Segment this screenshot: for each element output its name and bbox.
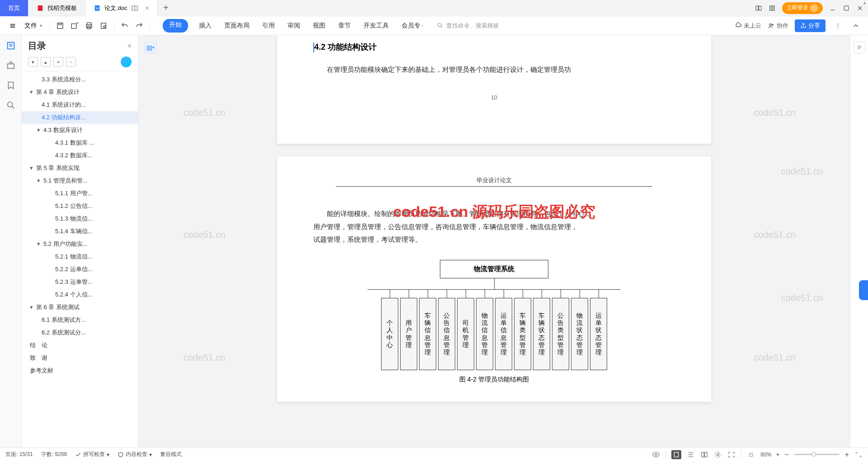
close-icon[interactable]: × [146, 5, 149, 12]
view-web-icon[interactable] [700, 451, 708, 459]
tree-item[interactable]: 4.2 功能结构设... [22, 111, 138, 124]
org-node: 车辆信息管理 [419, 298, 436, 370]
vertical-scrollbar[interactable]: ▴ [861, 0, 868, 461]
tree-item[interactable]: ▾4.3 数据库设计 [22, 124, 138, 136]
ribbon-pagelayout[interactable]: 页面布局 [222, 19, 251, 33]
spellcheck-toggle[interactable]: 拼写检查 ▾ [75, 451, 109, 458]
promote-button[interactable]: + [53, 57, 63, 67]
svg-rect-45 [705, 452, 707, 457]
ribbon-chapter[interactable]: 章节 [336, 19, 353, 33]
tree-item[interactable]: ▾5.1 管理员和管... [22, 174, 138, 187]
split-icon[interactable] [131, 5, 138, 12]
expand-all-button[interactable]: ▴ [41, 57, 51, 67]
tree-item[interactable]: ▾第 6 章 系统测试 [22, 301, 138, 314]
tree-item[interactable]: ▾第 5 章 系统实现 [22, 162, 138, 174]
side-handle[interactable] [859, 280, 868, 300]
eye-icon[interactable] [652, 451, 660, 459]
preview-button[interactable] [98, 20, 109, 32]
fit-width-icon[interactable]: ⊡ [747, 451, 755, 459]
zoom-out-button[interactable]: − [784, 451, 788, 459]
page-nav-button[interactable]: ▤▾ [145, 42, 156, 53]
tree-item[interactable]: 4.3.2 数据库... [22, 149, 138, 162]
share-button[interactable]: 分享 [795, 19, 826, 32]
svg-point-46 [717, 453, 719, 456]
ribbon-view[interactable]: 视图 [311, 19, 327, 33]
undo-button[interactable] [119, 20, 131, 32]
find-icon[interactable] [6, 100, 16, 110]
document-viewport[interactable]: ▤▾ code51.cn code51.cn code51.cn code51.… [138, 35, 850, 447]
minimize-icon[interactable] [829, 5, 836, 12]
tab-home[interactable]: 首页 [0, 0, 28, 16]
tree-item[interactable]: 结 论 [22, 339, 138, 352]
ribbon-reference[interactable]: 引用 [260, 19, 277, 33]
file-menu[interactable]: 文件▾ [22, 20, 45, 32]
collapse-all-button[interactable]: ▾ [28, 57, 38, 67]
collab-button[interactable]: 协作 [768, 22, 788, 30]
svg-rect-8 [773, 5, 774, 7]
bookmark-icon[interactable] [6, 80, 16, 90]
redo-icon [135, 22, 143, 30]
outline-icon[interactable] [6, 41, 16, 51]
ribbon-devtools[interactable]: 开发工具 [362, 19, 391, 33]
view-page-icon[interactable] [671, 450, 681, 459]
zoom-display[interactable]: 80% [760, 452, 771, 458]
print-icon [85, 22, 93, 30]
tree-item[interactable]: 5.1.1 用户管... [22, 187, 138, 200]
tree-item[interactable]: 3.3 系统流程分... [22, 73, 138, 86]
content-check[interactable]: 内容检查 ▾ [118, 451, 152, 458]
tree-item[interactable]: 5.1.3 物流信... [22, 212, 138, 225]
fullscreen-icon[interactable] [854, 451, 863, 459]
maximize-icon[interactable] [843, 5, 850, 12]
tree-item[interactable]: 致 谢 [22, 352, 138, 364]
zoom-in-button[interactable]: + [845, 451, 849, 459]
tab-templates[interactable]: 找稻壳模板 [28, 0, 85, 16]
tab-label: 论文.doc [104, 4, 127, 12]
ribbon-review[interactable]: 审阅 [286, 19, 302, 33]
word-count[interactable]: 字数: 9286 [41, 451, 67, 458]
settings-icon[interactable] [714, 451, 722, 459]
redo-button[interactable] [133, 20, 145, 32]
org-children: 个人中心 用户管理 车辆信息管理 公告信息管理 司机管理 物流信息管理 运单信息… [313, 290, 675, 370]
search-icon [437, 22, 443, 29]
tree-item[interactable]: 4.3.1 数据库 ... [22, 136, 138, 149]
tree-item[interactable]: ▾5.2 用户功能实... [22, 238, 138, 250]
view-outline-icon[interactable] [687, 451, 695, 459]
tree-item[interactable]: 5.2.1 物流信... [22, 250, 138, 263]
ribbon-member[interactable]: 会员专 › [400, 19, 425, 33]
zoom-slider[interactable] [794, 454, 840, 455]
hamburger-button[interactable] [6, 20, 19, 31]
tab-bar: 首页 找稻壳模板 W 论文.doc × + 立即登录 [0, 0, 868, 16]
toolbox-icon[interactable] [6, 61, 16, 71]
print-button[interactable] [83, 20, 95, 32]
scroll-up-icon[interactable]: ▴ [861, 0, 868, 7]
ai-button[interactable] [121, 56, 132, 67]
login-button[interactable]: 立即登录 [782, 2, 823, 14]
layout-icon[interactable] [755, 5, 762, 12]
tree-item[interactable]: 5.2.3 运单管... [22, 276, 138, 288]
cloud-status[interactable]: 未上云 [735, 22, 761, 30]
new-tab-button[interactable]: + [158, 3, 174, 13]
command-search[interactable]: 查找命令、搜索模板 [437, 22, 499, 30]
ribbon-start[interactable]: 开始 [163, 19, 188, 33]
tree-item[interactable]: 参考文献 [22, 364, 138, 377]
tree-item[interactable]: 4.1 系统设计的... [22, 99, 138, 111]
tree-item[interactable]: 6.2 系统测试分... [22, 326, 138, 339]
fit-icon[interactable] [727, 451, 736, 459]
page-indicator[interactable]: 页面: 15/31 [5, 451, 33, 458]
demote-button[interactable]: − [66, 57, 76, 67]
saveas-button[interactable] [69, 20, 80, 32]
tree-item[interactable]: 5.1.2 公告信... [22, 200, 138, 212]
collapse-ribbon-button[interactable] [850, 20, 862, 32]
outline-close-button[interactable]: × [127, 42, 132, 50]
tree-item[interactable]: 5.1.4 车辆信... [22, 225, 138, 238]
tree-item[interactable]: ▾第 4 章 系统设计 [22, 86, 138, 99]
ribbon-insert[interactable]: 插入 [197, 19, 213, 33]
tree-item[interactable]: 5.2.2 运单信... [22, 263, 138, 276]
hamburger-icon [9, 22, 16, 29]
save-button[interactable] [54, 20, 66, 32]
tree-item[interactable]: 5.2.4 个人信... [22, 288, 138, 301]
tree-item[interactable]: 6.1 系统测试方... [22, 314, 138, 326]
more-button[interactable]: ⋮ [832, 20, 844, 32]
apps-icon[interactable] [769, 5, 776, 12]
tab-document[interactable]: W 论文.doc × [85, 0, 158, 16]
